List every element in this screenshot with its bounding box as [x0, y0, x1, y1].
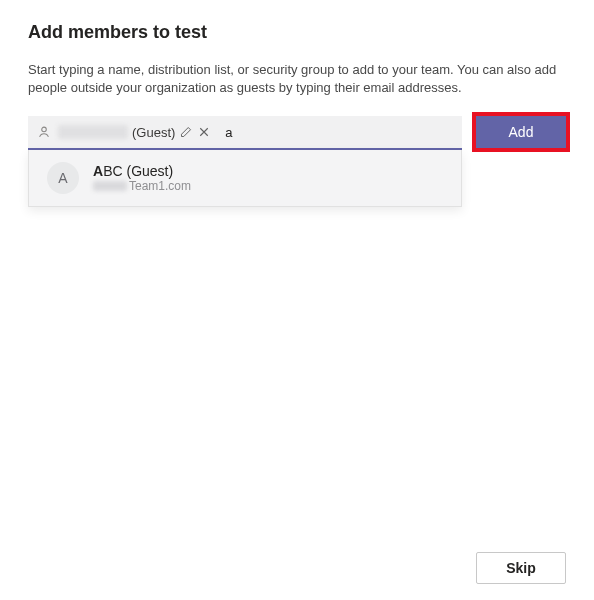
skip-button[interactable]: Skip	[476, 552, 566, 584]
members-input[interactable]: (Guest)	[28, 116, 462, 150]
chip-suffix: (Guest)	[132, 125, 175, 140]
suggestions-dropdown: A ABC (Guest) Team1.com	[28, 150, 462, 207]
suggestion-email: Team1.com	[93, 179, 191, 193]
chip-name-redacted	[58, 125, 128, 139]
input-row: (Guest) A	[28, 116, 566, 207]
email-prefix-redacted	[93, 181, 127, 191]
search-input[interactable]	[217, 124, 454, 141]
members-input-wrap: (Guest) A	[28, 116, 462, 207]
dialog-title: Add members to test	[28, 22, 566, 43]
add-members-dialog: Add members to test Start typing a name,…	[0, 0, 594, 207]
suggestion-text: ABC (Guest) Team1.com	[93, 163, 191, 193]
svg-point-0	[42, 127, 47, 132]
remove-chip-icon[interactable]	[197, 125, 211, 139]
person-icon	[36, 124, 52, 140]
suggestion-item[interactable]: A ABC (Guest) Team1.com	[29, 150, 461, 206]
add-button[interactable]: Add	[476, 116, 566, 148]
dialog-subtitle: Start typing a name, distribution list, …	[28, 61, 566, 96]
edit-icon[interactable]	[179, 125, 193, 139]
guest-chip[interactable]: (Guest)	[58, 120, 211, 144]
avatar: A	[47, 162, 79, 194]
suggestion-name: ABC (Guest)	[93, 163, 191, 179]
dialog-footer: Skip	[476, 552, 566, 584]
